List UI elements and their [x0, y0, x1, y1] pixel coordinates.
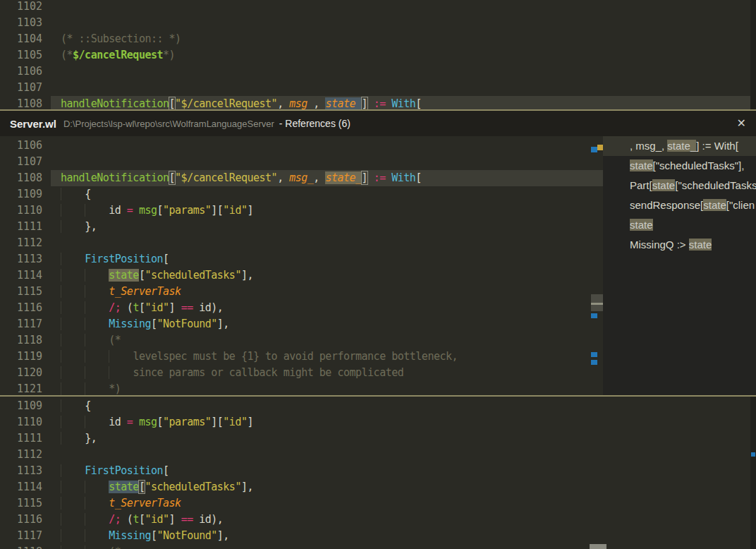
- code-line-1115[interactable]: 1115 t_ServerTask: [0, 495, 750, 512]
- code-text: /; (t["id"] == id),: [42, 300, 223, 316]
- line-number: 1103: [0, 15, 42, 31]
- references-list[interactable]: , msg_, state_] := With[state["scheduled…: [603, 136, 756, 395]
- code-text: FirstPosition[: [42, 251, 169, 267]
- code-line-1114[interactable]: 1114 state["scheduledTasks"],: [0, 479, 750, 495]
- code-line-1120[interactable]: 1120 since params or callback might be c…: [0, 365, 603, 381]
- code-line-1116[interactable]: 1116 /; (t["id"] == id),: [0, 300, 603, 316]
- code-text: levelspec must be {1} to avoid performan…: [42, 349, 458, 365]
- scrollbar-marker-blue: [591, 352, 597, 357]
- line-number: 1107: [0, 154, 42, 170]
- line-number: 1109: [0, 186, 42, 203]
- code-line-1110[interactable]: 1110 id = msg["params"]["id"]: [0, 414, 750, 430]
- code-text: state["scheduledTasks"],: [42, 267, 253, 284]
- code-line-1118[interactable]: 1118 (*: [0, 332, 603, 349]
- line-number: 1104: [0, 31, 42, 47]
- main-editor-bottom[interactable]: 1109 {1110 id = msg["params"]["id"]1111 …: [0, 397, 750, 549]
- code-text: (*: [42, 544, 121, 549]
- line-number: 1115: [0, 495, 42, 512]
- code-line-1118[interactable]: 1118 (*: [0, 544, 750, 549]
- reference-item[interactable]: state: [603, 215, 756, 235]
- code-text: t_ServerTask: [42, 495, 181, 512]
- scrollbar-thumb-line: [591, 303, 603, 305]
- peek-header: Server.wl D:\Projects\lsp-wl\repo\src\Wo…: [0, 111, 756, 136]
- line-number: 1108: [0, 170, 42, 186]
- line-number: 1114: [0, 479, 42, 495]
- scrollbar-marker-blue: [591, 360, 597, 365]
- scrollbar-marker-yellow: [597, 145, 603, 150]
- line-number: 1110: [0, 203, 42, 219]
- line-number: 1118: [0, 544, 42, 549]
- code-line-1119[interactable]: 1119 levelspec must be {1} to avoid perf…: [0, 349, 603, 365]
- code-line-1111[interactable]: 1111 },: [0, 430, 750, 447]
- reference-item[interactable]: Part[state["scheduledTasks: [603, 176, 756, 195]
- code-text: id = msg["params"]["id"]: [42, 203, 253, 219]
- code-line-1110[interactable]: 1110 id = msg["params"]["id"]: [0, 203, 603, 219]
- line-number: 1120: [0, 365, 42, 381]
- peek-meta: - References (6): [279, 118, 350, 129]
- line-number: 1121: [0, 381, 42, 395]
- code-line-1102[interactable]: 1102: [0, 0, 750, 15]
- main-editor-top[interactable]: 110211031104(* ::Subsection:: *)1105(*$/…: [0, 0, 750, 111]
- code-text: handleNotification["$/cancelRequest", ms…: [42, 96, 422, 111]
- line-number: 1111: [0, 430, 42, 447]
- code-line-1103[interactable]: 1103: [0, 15, 750, 31]
- line-number: 1116: [0, 512, 42, 528]
- code-line-1107[interactable]: 1107: [0, 154, 603, 170]
- line-number: 1116: [0, 300, 42, 316]
- scrollbar-marker-blue: [591, 147, 597, 152]
- line-number: 1114: [0, 267, 42, 284]
- code-line-1116[interactable]: 1116 /; (t["id"] == id),: [0, 512, 750, 528]
- code-line-1121[interactable]: 1121 *): [0, 381, 603, 395]
- reference-item[interactable]: sendResponse[state["clien: [603, 195, 756, 215]
- line-number: 1113: [0, 251, 42, 267]
- line-number: 1105: [0, 47, 42, 64]
- code-line-1113[interactable]: 1113 FirstPosition[: [0, 251, 603, 267]
- code-text: since params or callback might be compli…: [42, 365, 403, 381]
- references-peek-view: Server.wl D:\Projects\lsp-wl\repo\src\Wo…: [0, 109, 756, 397]
- code-text: /; (t["id"] == id),: [42, 512, 223, 528]
- code-text: t_ServerTask: [42, 284, 181, 300]
- code-line-1113[interactable]: 1113 FirstPosition[: [0, 463, 750, 479]
- line-number: 1106: [0, 138, 42, 154]
- code-line-1111[interactable]: 1111 },: [0, 219, 603, 235]
- line-number: 1108: [0, 96, 42, 111]
- code-line-1115[interactable]: 1115 t_ServerTask: [0, 284, 603, 300]
- peek-editor[interactable]: 110611071108handleNotification["$/cancel…: [0, 136, 603, 395]
- vscode-editor-window: { "peek": { "title": "Server.wl", "path"…: [0, 0, 756, 549]
- code-text: *): [42, 381, 121, 395]
- horizontal-scrollbar-thumb[interactable]: [590, 544, 606, 549]
- line-number: 1112: [0, 235, 42, 251]
- code-text: Missing["NotFound"],: [42, 528, 229, 544]
- peek-title: Server.wl: [10, 118, 56, 130]
- code-line-1117[interactable]: 1117 Missing["NotFound"],: [0, 316, 603, 332]
- code-line-1105[interactable]: 1105(*$/cancelRequest*): [0, 47, 750, 64]
- code-line-1108[interactable]: 1108handleNotification["$/cancelRequest"…: [0, 170, 603, 186]
- code-line-1108[interactable]: 1108handleNotification["$/cancelRequest"…: [0, 96, 750, 111]
- code-line-1109[interactable]: 1109 {: [0, 186, 603, 203]
- code-line-1112[interactable]: 1112: [0, 447, 750, 463]
- code-line-1106[interactable]: 1106: [0, 64, 750, 80]
- code-text: FirstPosition[: [42, 463, 169, 479]
- reference-item[interactable]: MissingQ :> state: [603, 235, 756, 255]
- close-icon[interactable]: ✕: [737, 118, 746, 129]
- code-line-1104[interactable]: 1104(* ::Subsection:: *): [0, 31, 750, 47]
- code-text: state["scheduledTasks"],: [42, 479, 253, 495]
- reference-item[interactable]: state["scheduledTasks"],: [603, 156, 756, 176]
- peek-body: 110611071108handleNotification["$/cancel…: [0, 136, 756, 395]
- code-line-1114[interactable]: 1114 state["scheduledTasks"],: [0, 267, 603, 284]
- code-line-1106[interactable]: 1106: [0, 138, 603, 154]
- reference-item[interactable]: , msg_, state_] := With[: [603, 136, 756, 156]
- code-text: },: [42, 430, 97, 447]
- line-number: 1106: [0, 64, 42, 80]
- code-line-1112[interactable]: 1112: [0, 235, 603, 251]
- peek-editor-scrollbar[interactable]: [591, 136, 603, 395]
- code-text: (*: [42, 332, 121, 349]
- line-number: 1119: [0, 349, 42, 365]
- code-text: (* ::Subsection:: *): [42, 31, 181, 47]
- code-line-1117[interactable]: 1117 Missing["NotFound"],: [0, 528, 750, 544]
- code-line-1109[interactable]: 1109 {: [0, 398, 750, 414]
- code-text: handleNotification["$/cancelRequest", ms…: [42, 170, 422, 186]
- line-number: 1102: [0, 0, 42, 15]
- code-line-1107[interactable]: 1107: [0, 80, 750, 96]
- line-number: 1109: [0, 398, 42, 414]
